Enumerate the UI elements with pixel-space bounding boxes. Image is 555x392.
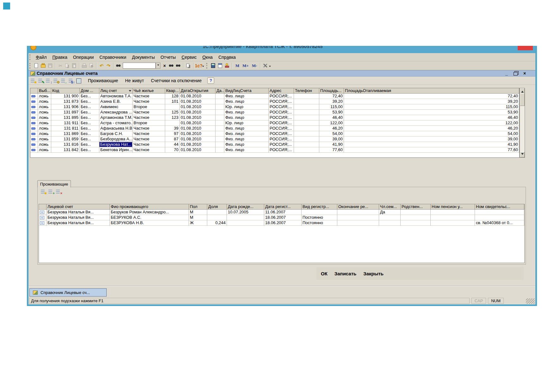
cell[interactable]: Афанасьева Н.В. (99, 126, 133, 131)
table-view-icon[interactable] (76, 78, 82, 83)
cell[interactable]: 54,00 (344, 131, 519, 137)
column-header-Да...[interactable]: Да... (215, 88, 224, 94)
cell[interactable] (215, 137, 224, 142)
cell[interactable]: 131 895 (51, 115, 80, 120)
cell[interactable]: 01.08.2010 (180, 99, 215, 104)
cell[interactable] (294, 120, 319, 126)
column-header-Выб...[interactable]: Выб... (38, 88, 51, 94)
cell[interactable]: Аквимекс (99, 104, 133, 110)
cell[interactable] (30, 115, 38, 120)
cell[interactable]: 41,90 (344, 142, 519, 147)
cell[interactable]: Автономова Т.А. (99, 94, 133, 99)
cell[interactable]: ложь (38, 120, 51, 126)
cell[interactable]: Без... (80, 99, 99, 104)
taskbar-item-directory[interactable]: Справочник Лицевые сч... (29, 288, 107, 297)
dropdown-caret-icon[interactable] (269, 66, 271, 68)
cell[interactable]: РОССИЯ;... (269, 142, 294, 147)
cell[interactable]: 131 911 (51, 120, 80, 126)
cell[interactable]: 39,20 (344, 99, 519, 104)
cell[interactable]: Постоянно (302, 215, 337, 220)
cell[interactable]: ложь (38, 94, 51, 99)
cut-icon[interactable]: ✂ (57, 63, 64, 69)
tools-icon[interactable] (262, 63, 269, 69)
cell[interactable] (30, 120, 38, 126)
cell[interactable]: Частное (133, 147, 165, 153)
cell[interactable]: Без... (80, 131, 99, 137)
column-header-Чл.сем...[interactable]: Чл.сем... (379, 204, 401, 210)
cell[interactable]: 18.06.2007 (264, 220, 302, 226)
toolbar-drag-handle[interactable] (29, 63, 31, 69)
search-dropdown-button[interactable] (156, 63, 160, 69)
cell[interactable]: 77,60 (344, 147, 519, 153)
ok-button[interactable]: ОК (321, 271, 327, 276)
cell[interactable]: БЕЗРУКОВА Н.В. (110, 220, 189, 226)
cell[interactable]: РОССИЯ;... (269, 99, 294, 104)
cell[interactable]: Безруков Роман Александро... (110, 210, 189, 215)
cell[interactable]: ложь (38, 126, 51, 131)
cell[interactable]: Безрукова Наталья Вя... (47, 220, 110, 226)
cell[interactable]: ложь (38, 115, 51, 120)
cell[interactable]: Физ. лицо (224, 99, 269, 104)
cell[interactable]: Бекетова Ирин... (99, 147, 133, 153)
cell[interactable]: Безрукова Наталья Вя... (47, 210, 110, 215)
scroll-thumb[interactable] (520, 93, 525, 106)
cell[interactable] (30, 110, 38, 115)
cell[interactable] (215, 99, 224, 104)
menu-Правка[interactable]: Правка (49, 54, 70, 60)
menu-Сервис[interactable]: Сервис (179, 54, 200, 60)
residents-button[interactable]: Проживающие (86, 77, 120, 84)
cell[interactable]: Без... (80, 142, 99, 147)
cell[interactable]: РОССИЯ;... (269, 120, 294, 126)
cell[interactable]: 01.08.2010 (180, 142, 215, 147)
cell[interactable]: Частное (133, 94, 165, 99)
meters-disconnect-button[interactable]: Счетчики на отключение (149, 77, 203, 84)
cell[interactable]: Багров С.Н. (99, 131, 133, 137)
cell[interactable]: 01.08.2010 (180, 115, 215, 120)
cell[interactable]: 01.08.2010 (180, 126, 215, 131)
print-preview-icon[interactable] (88, 63, 95, 69)
cell[interactable]: Без... (80, 120, 99, 126)
cell[interactable]: ложь (38, 104, 51, 110)
memory-plus-button[interactable]: М+ (241, 63, 250, 68)
cell[interactable]: РОССИЯ;... (269, 104, 294, 110)
cell[interactable]: Да (379, 210, 401, 215)
cell[interactable]: РОССИЯ;... (269, 110, 294, 115)
cell[interactable] (227, 220, 264, 226)
cell[interactable]: Артамонова Т.М. (99, 115, 133, 120)
cell[interactable]: 39 (165, 126, 180, 131)
add-resident-icon[interactable]: ★ (41, 189, 47, 194)
column-header-Чьё жилье[interactable]: Чьё жилье (133, 88, 165, 94)
cell[interactable]: 131 906 (51, 104, 80, 110)
cell[interactable] (294, 142, 319, 147)
menu-Справочники[interactable]: Справочники (97, 54, 129, 60)
column-header-Пол[interactable]: Пол (189, 204, 207, 210)
history-icon[interactable]: ↕ (46, 78, 52, 83)
cell[interactable]: Частное (133, 126, 165, 131)
cell[interactable]: РОССИЯ;... (269, 131, 294, 137)
cell[interactable]: Частное (133, 137, 165, 142)
cell[interactable]: 01.08.2010 (180, 147, 215, 153)
cell[interactable]: Физ. лицо (224, 137, 269, 142)
column-header-Доля[interactable]: Доля (207, 204, 227, 210)
cell[interactable] (30, 99, 38, 104)
cell[interactable]: М (189, 210, 207, 215)
column-header-icon[interactable] (39, 204, 47, 210)
cell[interactable]: 53,90 (319, 110, 344, 115)
cell[interactable] (215, 142, 224, 147)
cell[interactable]: 72,40 (319, 94, 344, 99)
cell[interactable]: ложь (38, 99, 51, 104)
cell[interactable] (165, 120, 180, 126)
cell[interactable]: Частное (133, 99, 165, 104)
cell[interactable]: 39,00 (344, 137, 519, 142)
cell[interactable] (30, 147, 38, 153)
new-document-icon[interactable] (33, 63, 40, 69)
cell[interactable]: 39,00 (319, 137, 344, 142)
cell[interactable]: 01.08.2010 (180, 104, 215, 110)
menu-drag-handle[interactable] (29, 54, 31, 60)
cell[interactable]: Юр. лицо (224, 104, 269, 110)
cell[interactable]: 54,00 (319, 131, 344, 137)
cell[interactable]: 46,20 (344, 126, 519, 131)
save-icon[interactable] (47, 63, 53, 69)
child-window-titlebar[interactable]: Справочник Лицевые счета _ × (28, 70, 535, 77)
cell[interactable] (475, 210, 524, 215)
